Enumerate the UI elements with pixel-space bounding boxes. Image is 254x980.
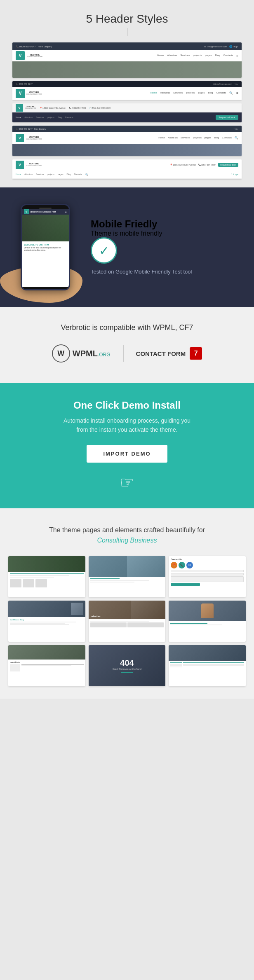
pages-highlight: Consulting Business xyxy=(97,537,157,544)
topbar-2: 📞 0800 879 0247 ✉ info@venture.com f t g… xyxy=(12,81,242,87)
thumb-service xyxy=(169,645,246,686)
demo-description: Automatic install onboarding process, gu… xyxy=(61,416,193,435)
compat-logos: W WPML.ORG CONTACT FORM 7 xyxy=(8,340,246,367)
logo-2: V VENTURE CONSULTING FIRM xyxy=(16,89,42,98)
nav-links-1: Home About us Services projects pages Bl… xyxy=(158,54,238,58)
topbar-3: V VENTURE CONSULTING FIRM 📍 13003 Greenv… xyxy=(12,103,242,112)
logo-icon-1: V xyxy=(16,51,25,60)
header-styles-section: 5 Header Styles 📞 0800 879 0247 Free Enq… xyxy=(0,0,254,187)
wpml-circle: W xyxy=(52,344,70,363)
phone-mockup-container: V VERBROTIC COUNSELING FIRM ≡ WELCOME TO… xyxy=(8,204,82,290)
cta-btn-5[interactable]: Request call back xyxy=(218,163,238,167)
thumb-blog: Latest Posts xyxy=(8,645,85,686)
cf7-logo: CONTACT FORM 7 xyxy=(124,343,215,364)
mobile-subtitle: Theme is mobile friendly xyxy=(91,230,192,237)
header-preview-5: V VENTURE CONSULTING FIRM 📍 13003 Greenv… xyxy=(12,159,242,179)
header-preview-2: 📞 0800 879 0247 ✉ info@venture.com f t g… xyxy=(12,81,242,100)
phone-device: V VERBROTIC COUNSELING FIRM ≡ WELCOME TO… xyxy=(21,204,70,290)
demo-title: One Click Demo Install xyxy=(8,400,246,411)
nav-top-5: V VENTURE CONSULTING FIRM 📍 13003 Greenv… xyxy=(12,159,242,170)
compatible-title: Verbrotic is compatible with WPML, CF7 xyxy=(8,323,246,332)
mobile-test-text: Tested on Google Mobile Friendly Test to… xyxy=(91,268,192,276)
nav-links-2: Home About us Services projects pages Bl… xyxy=(151,91,238,95)
topbar-left-1: 📞 0800 879 0247 Free Enquiry xyxy=(16,45,52,48)
mobile-text: Mobile Friedly Theme is mobile friendly … xyxy=(91,218,192,276)
nav-bottom-5: Home About us Services projects pages Bl… xyxy=(12,170,242,179)
nav-links-4: Home About us Services projects pages Bl… xyxy=(158,136,238,140)
hero-1 xyxy=(12,61,242,78)
cta-btn-3[interactable]: Request call back xyxy=(216,115,238,120)
thumb-home xyxy=(8,556,85,597)
wpml-text: WPML.ORG xyxy=(73,349,111,358)
thumb-about xyxy=(89,556,166,597)
phone-screen: V VERBROTIC COUNSELING FIRM ≡ WELCOME TO… xyxy=(22,209,69,287)
section-title: 5 Header Styles xyxy=(8,12,246,26)
nav-1: V VENTURE CONSULTING FIRM Home About us … xyxy=(12,50,242,61)
pages-grid: Contact Us 📍 📞 ✉ xyxy=(8,556,246,686)
topbar-1: 📞 0800 879 0247 Free Enquiry ✉ info@vent… xyxy=(12,42,242,50)
import-demo-button[interactable]: IMPORT DEMO xyxy=(87,445,167,463)
thumb-industries: Industries xyxy=(89,601,166,642)
pages-section: The theme pages and elements crafted bea… xyxy=(0,508,254,699)
topbar-right-1: ✉ info@venture.com 🌐 f t g+ xyxy=(204,45,238,48)
divider xyxy=(127,28,127,36)
header-previews-container: 📞 0800 879 0247 Free Enquiry ✉ info@vent… xyxy=(8,42,246,179)
header-preview-4: 📞 0800 879 0247 Free Enquiry f t g+ V VE… xyxy=(12,126,242,156)
mobile-section: V VERBROTIC COUNSELING FIRM ≡ WELCOME TO… xyxy=(0,187,254,307)
wpml-label: WPML xyxy=(73,349,98,358)
social-5: f t g+ xyxy=(231,173,238,175)
cf7-badge: 7 xyxy=(190,347,202,360)
thumb-team xyxy=(169,601,246,642)
nav-3: Home About us Services projects Blog Con… xyxy=(12,112,242,122)
check-circle: ✓ xyxy=(91,237,117,264)
hero-4 xyxy=(12,144,242,156)
logo-nav-1: V VENTURE CONSULTING FIRM xyxy=(16,50,42,61)
demo-section: One Click Demo Install Automatic install… xyxy=(0,383,254,508)
phone-content: WELCOME TO OUR FIRM Venture is the best … xyxy=(22,241,69,254)
wpml-org: .ORG xyxy=(98,352,111,358)
mobile-title: Mobile Friedly xyxy=(91,218,192,230)
check-icon: ✓ xyxy=(99,243,109,258)
header-preview-3: V VENTURE CONSULTING FIRM 📍 13003 Greenv… xyxy=(12,103,242,122)
compatible-section: Verbrotic is compatible with WPML, CF7 W… xyxy=(0,307,254,383)
nav-4: V VENTURE CONSULTING FIRM Home About us … xyxy=(12,132,242,144)
thumb-contact: Contact Us 📍 📞 ✉ xyxy=(169,556,246,597)
pages-intro: The theme pages and elements crafted bea… xyxy=(8,525,246,546)
thumb-404: 404 Oops! That page can't be found xyxy=(89,645,166,686)
cursor-icon: ☞ xyxy=(8,473,246,492)
header-preview-1: 📞 0800 879 0247 Free Enquiry ✉ info@vent… xyxy=(12,42,242,78)
logo-text-1: VENTURE CONSULTING FIRM xyxy=(27,54,42,58)
phone-hero xyxy=(22,215,69,241)
contact-info-5: 📍 13003 Greenville Avenue 📞 (360) 654-78… xyxy=(170,163,238,167)
topbar-4: 📞 0800 879 0247 Free Enquiry f t g+ xyxy=(12,126,242,132)
thumb-mission: Our Mission Story xyxy=(8,601,85,642)
wpml-logo: W WPML.ORG xyxy=(40,340,123,367)
cf7-text: CONTACT FORM xyxy=(136,350,186,357)
nav-2: V VENTURE CONSULTING FIRM Home About us … xyxy=(12,87,242,100)
